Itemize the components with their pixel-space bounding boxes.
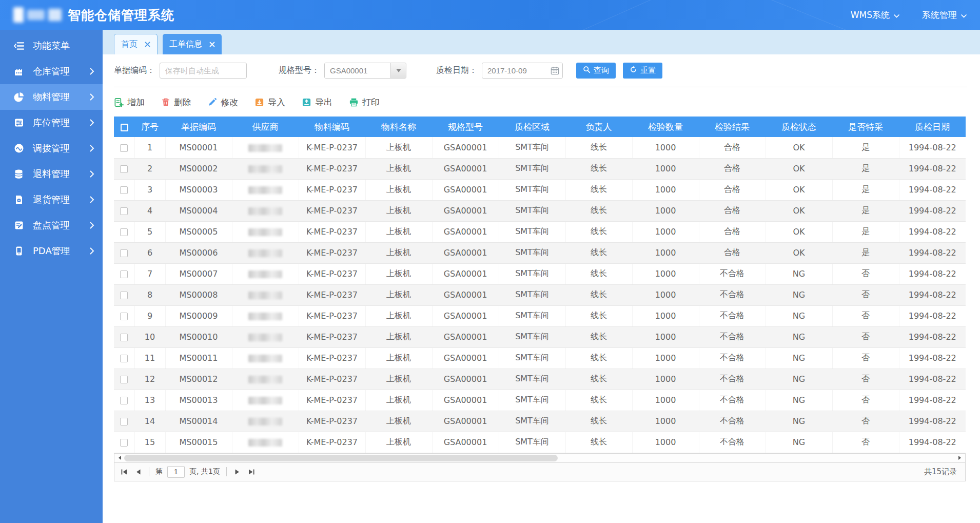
export-icon <box>302 98 311 107</box>
system-admin-menu[interactable]: 系统管理 <box>922 9 967 21</box>
page-number-input[interactable] <box>167 466 185 478</box>
table-row[interactable]: 6MS00006K-ME-P-0237上板机GSA00001SMT车间线长100… <box>114 242 966 263</box>
cell: 线长 <box>565 305 632 326</box>
row-checkbox[interactable] <box>120 270 128 278</box>
edit-button[interactable]: 修改 <box>208 96 238 108</box>
tab-label: 工单信息 <box>169 39 202 50</box>
sidebar-item-label: 退料管理 <box>33 168 90 180</box>
table-row[interactable]: 5MS00005K-ME-P-0237上板机GSA00001SMT车间线长100… <box>114 221 966 242</box>
delete-button[interactable]: 删除 <box>161 96 191 108</box>
row-checkbox[interactable] <box>120 439 128 447</box>
table-row[interactable]: 15MS00015K-ME-P-0237上板机GSA00001SMT车间线长10… <box>114 432 966 453</box>
cell: 上板机 <box>365 179 432 200</box>
row-checkbox[interactable] <box>120 418 128 425</box>
cell: SMT车间 <box>499 305 565 326</box>
scroll-right-arrow[interactable] <box>956 454 965 462</box>
supplier-blurred <box>248 355 282 362</box>
import-button[interactable]: 导入 <box>254 96 285 108</box>
cell: SMT车间 <box>499 432 565 453</box>
main-area: 首页工单信息 单据编码： 规格型号： 质检日期： 查询 <box>103 30 980 523</box>
cell: SMT车间 <box>499 179 565 200</box>
reset-button[interactable]: 重置 <box>623 63 662 79</box>
export-button[interactable]: 导出 <box>302 96 332 108</box>
scroll-left-arrow[interactable] <box>114 454 123 462</box>
column-header: 检验数量 <box>632 117 699 137</box>
table-row[interactable]: 10MS00010K-ME-P-0237上板机GSA00001SMT车间线长10… <box>114 326 966 347</box>
last-page-button[interactable] <box>247 469 256 475</box>
sidebar-item-location[interactable]: 库位管理 <box>0 110 103 135</box>
table-header-row: 序号单据编码供应商物料编码物料名称规格型号质检区域负责人检验数量检验结果质检状态… <box>114 117 966 137</box>
prev-page-button[interactable] <box>133 469 143 475</box>
sidebar-item-material[interactable]: 物料管理 <box>0 84 103 110</box>
table-row[interactable]: 13MS00013K-ME-P-0237上板机GSA00001SMT车间线长10… <box>114 390 966 411</box>
row-checkbox[interactable] <box>120 165 128 173</box>
wms-system-menu[interactable]: WMS系统 <box>851 9 899 21</box>
sidebar-item-goods-return[interactable]: 退货管理 <box>0 187 103 212</box>
add-button[interactable]: 增加 <box>114 96 145 108</box>
chevron-right-icon <box>90 119 94 126</box>
cell: 是 <box>832 158 899 179</box>
cell-supplier <box>232 369 299 390</box>
search-button[interactable]: 查询 <box>576 63 616 79</box>
sidebar-item-pda[interactable]: PDA管理 <box>0 238 103 264</box>
table-row[interactable]: 9MS00009K-ME-P-0237上板机GSA00001SMT车间线长100… <box>114 305 966 326</box>
cell: K-ME-P-0237 <box>299 200 365 221</box>
cell: 线长 <box>565 242 632 263</box>
cell: 否 <box>832 326 899 347</box>
app-title: 智能仓储管理系统 <box>68 7 174 24</box>
cell: K-ME-P-0237 <box>299 390 365 411</box>
row-checkbox[interactable] <box>120 376 128 383</box>
table-row[interactable]: 11MS00011K-ME-P-0237上板机GSA00001SMT车间线长10… <box>114 347 966 369</box>
select-all-checkbox[interactable] <box>121 124 128 131</box>
calendar-icon[interactable] <box>551 66 559 75</box>
next-page-button[interactable] <box>233 469 242 475</box>
row-checkbox[interactable] <box>120 334 128 341</box>
print-button[interactable]: 打印 <box>349 96 380 108</box>
sidebar-item-warehouse[interactable]: 仓库管理 <box>0 59 103 84</box>
tab-work-order[interactable]: 工单信息 <box>163 34 222 54</box>
row-checkbox[interactable] <box>120 355 128 362</box>
cell: 不合格 <box>699 369 766 390</box>
table-row[interactable]: 12MS00012K-ME-P-0237上板机GSA00001SMT车间线长10… <box>114 369 966 390</box>
row-checkbox[interactable] <box>120 292 128 299</box>
row-checkbox[interactable] <box>120 144 128 152</box>
spec-select-input[interactable] <box>325 63 390 78</box>
tab-home[interactable]: 首页 <box>114 34 158 54</box>
sidebar-item-material-return[interactable]: 退料管理 <box>0 161 103 187</box>
column-header: 检验结果 <box>699 117 766 137</box>
table-row[interactable]: 1MS00001K-ME-P-0237上板机GSA00001SMT车间线长100… <box>114 137 966 158</box>
cell: 1994-08-22 <box>899 305 966 326</box>
doc-code-input[interactable] <box>160 63 247 79</box>
edit-button-label: 修改 <box>221 96 238 108</box>
export-button-label: 导出 <box>315 96 332 108</box>
sidebar-item-stocktake[interactable]: 盘点管理 <box>0 212 103 238</box>
table-row[interactable]: 14MS00014K-ME-P-0237上板机GSA00001SMT车间线长10… <box>114 411 966 432</box>
table-row[interactable]: 7MS00007K-ME-P-0237上板机GSA00001SMT车间线长100… <box>114 263 966 284</box>
import-icon <box>254 98 264 107</box>
row-checkbox[interactable] <box>120 207 128 215</box>
horizontal-scrollbar[interactable] <box>114 453 966 463</box>
cell: 10 <box>134 326 165 347</box>
cell: 1000 <box>632 326 699 347</box>
row-checkbox[interactable] <box>120 186 128 194</box>
scrollbar-thumb[interactable] <box>124 455 558 461</box>
cell: 1000 <box>632 369 699 390</box>
table-row[interactable]: 3MS00003K-ME-P-0237上板机GSA00001SMT车间线长100… <box>114 179 966 200</box>
first-page-button[interactable] <box>120 469 129 475</box>
import-button-label: 导入 <box>268 96 285 108</box>
row-checkbox[interactable] <box>120 228 128 236</box>
close-icon[interactable] <box>209 42 215 47</box>
row-checkbox[interactable] <box>120 397 128 404</box>
row-checkbox[interactable] <box>120 249 128 257</box>
table-row[interactable]: 8MS00008K-ME-P-0237上板机GSA00001SMT车间线长100… <box>114 284 966 305</box>
sidebar-item-menu[interactable]: 功能菜单 <box>0 33 103 59</box>
supplier-blurred <box>248 207 282 215</box>
table-row[interactable]: 2MS00002K-ME-P-0237上板机GSA00001SMT车间线长100… <box>114 158 966 179</box>
dropdown-arrow-icon[interactable] <box>390 63 406 78</box>
sidebar-item-transfer[interactable]: 调拨管理 <box>0 135 103 161</box>
row-checkbox[interactable] <box>120 313 128 320</box>
table-row[interactable]: 4MS00004K-ME-P-0237上板机GSA00001SMT车间线长100… <box>114 200 966 221</box>
close-icon[interactable] <box>145 42 150 47</box>
cell: MS00001 <box>165 137 232 158</box>
cell: OK <box>766 242 832 263</box>
